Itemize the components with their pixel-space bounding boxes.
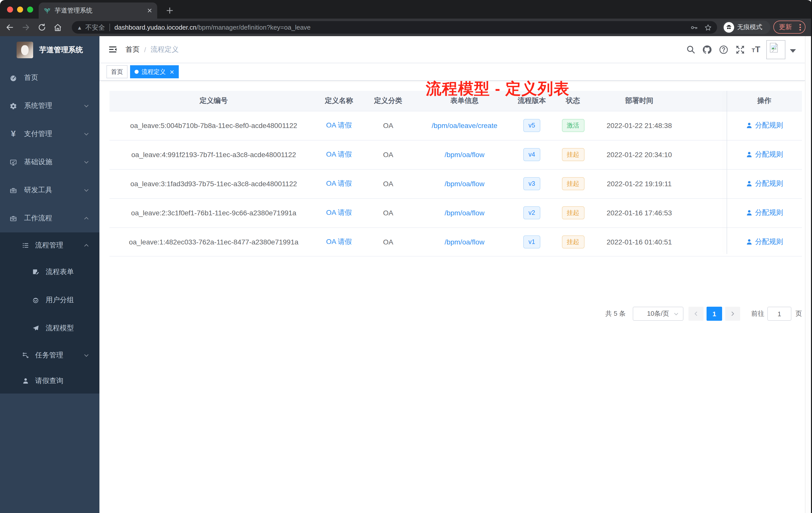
font-size-icon[interactable]: TT [752,44,760,55]
back-icon[interactable] [3,21,16,34]
browser-update-button[interactable]: 更新 [773,21,806,34]
sidebar-item-home[interactable]: 首页 [0,64,99,92]
version-badge: v4 [523,148,540,161]
definition-name-link[interactable]: OA 请假 [318,237,360,246]
window-close-button[interactable] [7,6,13,12]
assign-rule-link[interactable]: 分配规则 [746,208,783,217]
browser-scrollbar[interactable] [805,36,812,513]
page-unit-label: 页 [795,309,802,318]
sidebar-item-process-management[interactable]: 流程管理 [0,233,99,258]
form-link[interactable]: /bpm/oa/flow [416,180,513,188]
sidebar-item-label: 研发工具 [24,186,52,195]
github-icon[interactable] [702,44,712,55]
tree-icon [22,352,29,359]
new-tab-button[interactable] [164,5,175,16]
sidebar-item-process-model[interactable]: 流程模型 [0,314,99,342]
tab-title: 芋道管理系统 [55,6,147,15]
user-icon [746,209,753,216]
fullscreen-icon[interactable] [735,44,745,55]
action-cell: 分配规则 [727,237,802,247]
chevron-up-icon [83,215,89,221]
pagination: 共 5 条 10条/页 1 前往 页 [110,307,802,321]
sidebar-item-payment[interactable]: ¥ 支付管理 [0,120,99,148]
chevron-down-icon [83,159,89,165]
status-cell: 挂起 [551,206,595,219]
assign-rule-link[interactable]: 分配规则 [746,179,783,188]
definition-name-link[interactable]: OA 请假 [318,208,360,217]
page-size-select[interactable]: 10条/页 [633,307,684,321]
definition-category: OA [360,209,416,217]
breadcrumb-home[interactable]: 首页 [125,45,140,54]
total-count: 共 5 条 [605,309,626,318]
password-key-icon[interactable] [690,23,698,31]
sidebar: 芋道管理系统 首页 系统管理 ¥ 支付管理 [0,36,99,513]
tag-home[interactable]: 首页 [107,65,127,78]
status-badge: 挂起 [562,235,584,248]
home-icon[interactable] [51,21,64,34]
form-link[interactable]: /bpm/oa/flow [416,151,513,159]
collapse-sidebar-icon[interactable] [108,45,117,54]
forward-icon[interactable] [19,21,32,34]
version-cell: v1 [513,235,551,248]
incognito-badge: 无痕模式 [722,21,770,34]
security-label[interactable]: 不安全 [85,23,105,32]
sidebar-item-infra[interactable]: 基础设施 [0,148,99,176]
form-link[interactable]: /bpm/oa/flow [416,209,513,217]
assign-rule-link[interactable]: 分配规则 [746,121,783,130]
annotation-title: 流程模型 - 定义列表 [426,78,570,99]
prev-page-button[interactable] [689,307,703,321]
chevron-up-icon [83,242,89,248]
document-edit-icon [32,269,39,276]
version-badge: v2 [523,206,540,219]
form-link[interactable]: /bpm/oa/flow [416,238,513,246]
status-cell: 激活 [551,119,595,132]
sidebar-item-label: 流程表单 [46,268,74,277]
definition-id: oa_leave:1:482ec033-762a-11ec-8477-a2380… [110,238,318,246]
address-bar[interactable]: ▲ 不安全 dashboard.yudao.iocoder.cn/bpm/man… [72,21,717,34]
user-icon [746,238,753,245]
definition-category: OA [360,122,416,130]
bookmark-star-icon[interactable] [704,23,712,31]
browser-menu-icon[interactable] [800,23,801,31]
form-link[interactable]: /bpm/oa/leave/create [416,122,513,130]
tag-process-definition[interactable]: 流程定义 [130,65,179,78]
column-header: 定义编号 [110,96,318,105]
deploy-time: 2022-01-16 01:40:51 [595,238,684,246]
avatar[interactable] [766,40,785,59]
sidebar-item-system[interactable]: 系统管理 [0,92,99,120]
sidebar-item-leave-query[interactable]: 请假查询 [0,368,99,394]
search-icon[interactable] [686,45,696,54]
sidebar-item-label: 任务管理 [35,351,63,360]
assign-rule-link[interactable]: 分配规则 [746,150,783,159]
page-number-current[interactable]: 1 [706,307,722,321]
sidebar-item-devtools[interactable]: 研发工具 [0,176,99,204]
reload-icon[interactable] [35,21,48,34]
sidebar-item-task-management[interactable]: 任务管理 [0,342,99,368]
action-cell: 分配规则 [727,208,802,218]
status-cell: 挂起 [551,235,595,248]
window-minimize-button[interactable] [17,6,23,12]
definition-name-link[interactable]: OA 请假 [318,121,360,130]
definition-name-link[interactable]: OA 请假 [318,179,360,188]
column-header: 定义分类 [360,96,416,105]
table-row: oa_leave:2:3c1f0ef1-76b1-11ec-9c66-a2380… [110,199,802,228]
tag-close-icon[interactable] [170,69,174,74]
sidebar-item-user-group[interactable]: 用户分组 [0,286,99,314]
sidebar-item-label: 流程管理 [35,241,63,250]
help-icon[interactable] [719,44,729,55]
paper-plane-icon [32,325,39,332]
url-host: dashboard.yudao.iocoder.cn [115,24,197,31]
sidebar-logo[interactable]: 芋道管理系统 [0,36,99,64]
sidebar-item-label: 用户分组 [46,296,74,305]
sidebar-item-workflow[interactable]: 工作流程 [0,204,99,233]
next-page-button[interactable] [725,307,740,321]
goto-page-input[interactable] [767,307,791,321]
avatar-dropdown-caret-icon[interactable] [790,49,796,53]
tab-close-icon[interactable] [147,8,152,13]
browser-tab[interactable]: 芋道管理系统 [39,2,157,19]
table-row: oa_leave:3:1fad3d93-7b75-11ec-a3c8-acde4… [110,170,802,199]
sidebar-item-process-form[interactable]: 流程表单 [0,258,99,286]
assign-rule-link[interactable]: 分配规则 [746,237,783,246]
window-zoom-button[interactable] [27,6,33,12]
definition-name-link[interactable]: OA 请假 [318,150,360,159]
